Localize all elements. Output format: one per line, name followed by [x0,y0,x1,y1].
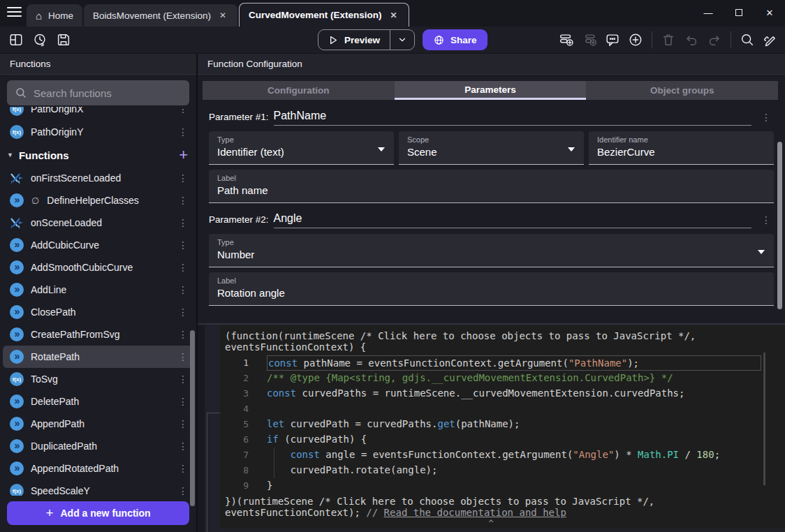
function-item-onSceneLoaded[interactable]: onSceneLoaded⋮ [0,212,196,234]
code-line-3[interactable]: 3const curvedPaths = runtimeScene.__curv… [225,386,785,401]
type-select[interactable]: Type Identifier (text) [209,131,394,165]
function-item-PathOriginY[interactable]: f(x)PathOriginY⋮ [0,121,196,143]
function-item-AddCubicCurve[interactable]: »AddCubicCurve⋮ [0,234,196,256]
scope-select[interactable]: Scope Scene [399,131,584,165]
function-item-onFirstSceneLoaded[interactable]: onFirstSceneLoaded⋮ [0,167,196,189]
code-line-1[interactable]: 1const pathName = eventsFunctionContext.… [225,355,785,371]
preview-button[interactable]: Preview [318,29,415,50]
code-wrapper-line[interactable]: })(runtimeScene /* Click here to choose … [225,496,785,507]
documentation-link[interactable]: // Read the documentation and help [366,507,566,518]
function-item-ClosePath[interactable]: »ClosePath⋮ [0,301,196,323]
chevron-down-icon [397,35,407,45]
function-item-DefineHelperClasses[interactable]: »∅DefineHelperClasses⋮ [0,189,196,212]
code-line-4[interactable]: 4 [225,401,785,417]
tab-object-groups[interactable]: Object groups [586,81,778,100]
identifier-name-field[interactable]: Identifier name BezierCurve [589,131,774,165]
parameter-menu-icon[interactable]: ⋮ [761,112,774,126]
code-line-6[interactable]: 6if (curvedPath) { [225,432,785,448]
function-item-AddSmoothCubicCurve[interactable]: »AddSmoothCubicCurve⋮ [0,256,196,279]
code-line-5[interactable]: 5let curvedPath = curvedPaths.get(pathNa… [225,417,785,432]
history-icon[interactable] [31,31,49,49]
code-wrapper-line[interactable]: (function(runtimeScene /* Click here to … [225,330,785,341]
trash-icon [659,31,677,49]
close-icon[interactable]: ✕ [217,9,228,22]
item-menu-icon[interactable]: ⋮ [178,126,196,138]
menu-icon[interactable] [7,7,22,20]
tab-boidsmovement[interactable]: BoidsMovement (Extension) ✕ [84,4,237,27]
function-item-AppendRotatedPath[interactable]: »AppendRotatedPath⋮ [0,457,196,480]
search-input[interactable]: Search functions [7,80,189,105]
expression-icon: f(x) [10,107,24,116]
functions-sidebar: Functions Search functions f(x)PathOrigi… [0,54,198,532]
function-item-CreatePathFromSvg[interactable]: »CreatePathFromSvg⋮ [0,323,196,346]
item-menu-icon[interactable]: ⋮ [178,172,196,184]
sidebar-scrollbar[interactable] [190,330,195,506]
label-field[interactable]: Label Rotation angle [209,272,774,306]
function-item-DeletePath[interactable]: »DeletePath⋮ [0,390,196,413]
function-label: AddCubicCurve [31,239,99,251]
item-menu-icon[interactable]: ⋮ [178,217,196,228]
parameter-name-input[interactable]: PathName [274,110,751,126]
save-icon[interactable] [54,31,73,49]
item-menu-icon[interactable]: ⋮ [178,284,196,295]
field-value: Identifier (text) [217,146,386,158]
function-item-AppendPath[interactable]: »AppendPath⋮ [0,413,196,435]
minimize-button[interactable]: — [693,8,724,18]
action-icon: » [10,305,24,319]
share-label: Share [450,35,477,45]
parameter-prefix: Parameter #2: [209,214,269,228]
function-label: DeletePath [31,396,79,407]
item-menu-icon[interactable]: ⋮ [178,239,196,251]
line-number: 5 [225,417,249,432]
panels-icon[interactable] [7,31,25,49]
preview-dropdown-button[interactable] [390,35,414,45]
add-comment-icon[interactable] [603,31,622,49]
code-line-7[interactable]: 7 const angle = eventsFunctionContext.ge… [225,448,785,463]
add-function-icon[interactable]: + [179,147,188,163]
function-item-ToSvg[interactable]: f(x)ToSvg⋮ [0,368,196,390]
tab-configuration[interactable]: Configuration [203,81,395,100]
function-item-SpeedScaleY[interactable]: f(x)SpeedScaleY⋮ [0,480,196,496]
code-scrollbar[interactable] [763,353,765,485]
add-event-icon[interactable] [557,31,575,49]
tab-parameters[interactable]: Parameters [395,81,587,100]
parameter-menu-icon[interactable]: ⋮ [761,214,774,228]
field-value: BezierCurve [597,146,765,158]
line-content: curvedPath.rotate(angle); [267,463,761,478]
type-select[interactable]: Type Number [209,234,774,267]
functions-section-header[interactable]: ▼Functions+ [0,143,196,167]
maximize-button[interactable] [724,8,754,18]
code-line-8[interactable]: 8 curvedPath.rotate(angle); [225,463,785,478]
share-button[interactable]: Share [423,29,487,50]
code-line-9[interactable]: 9} [225,478,785,494]
function-label: AddLine [31,284,66,295]
field-label: Type [217,135,386,144]
function-item-RotatePath[interactable]: »RotatePath⋮ [3,346,193,368]
action-icon: » [10,394,24,408]
close-window-button[interactable]: ✕ [754,8,785,18]
tab-curvedmovement[interactable]: CurvedMovement (Extension) ✕ [239,3,409,27]
code-line-2[interactable]: 2/** @type {Map<string, gdjs.__curvedMov… [225,371,785,386]
label-field[interactable]: Label Path name [209,170,774,203]
function-item-AddLine[interactable]: »AddLine⋮ [0,279,196,301]
parameter-name-input[interactable]: Angle [274,212,751,228]
javascript-code-event: (function(runtimeScene /* Click here to … [198,323,785,532]
add-circle-icon[interactable] [626,31,645,49]
function-item-PathOriginX[interactable]: f(x)PathOriginX⋮ [0,107,196,121]
code-lines[interactable]: 1const pathName = eventsFunctionContext.… [225,355,785,494]
edit-extension-icon[interactable] [761,31,779,49]
code-editor[interactable]: (function(runtimeScene /* Click here to … [220,325,785,529]
item-menu-icon[interactable]: ⋮ [178,262,196,273]
parameters-scrollbar[interactable] [777,142,782,309]
collapse-caret-icon[interactable]: ^ [225,519,757,529]
add-function-button[interactable]: + Add a new function [7,501,189,525]
tab-home[interactable]: ⌂ Home [27,4,82,27]
function-item-DuplicatedPath[interactable]: »DuplicatedPath⋮ [0,435,196,457]
collapse-triangle-icon[interactable]: ▼ [7,152,13,158]
close-icon[interactable]: ✕ [388,9,399,22]
item-menu-icon[interactable]: ⋮ [178,195,196,206]
item-menu-icon[interactable]: ⋮ [178,306,196,318]
item-menu-icon[interactable]: ⋮ [178,107,196,114]
field-label: Label [217,174,765,182]
search-icon[interactable] [738,31,756,49]
